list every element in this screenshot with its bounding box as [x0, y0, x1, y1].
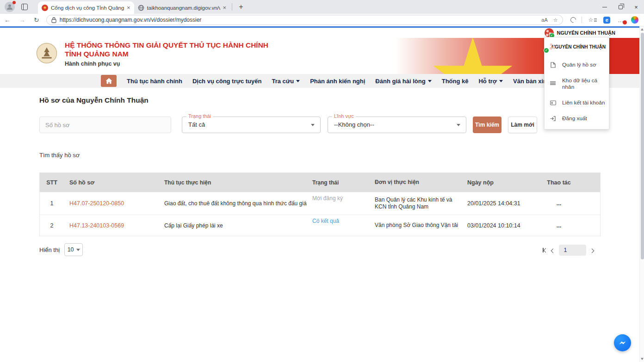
scrollbar-thumb[interactable]: [641, 33, 644, 259]
menu-item-label: Liên kết tài khoản: [562, 99, 605, 106]
forward-button[interactable]: →: [15, 16, 30, 24]
toolbar-separator: [582, 17, 582, 23]
nav-item-dich-vu-cong[interactable]: Dịch vụ công trực tuyến: [192, 78, 262, 85]
messenger-icon: [618, 338, 627, 348]
flag-star-icon: [432, 38, 514, 74]
profile-notification-dot: [12, 1, 16, 4]
copilot-icon[interactable]: [631, 16, 638, 24]
home-icon: [105, 78, 112, 84]
page-scrollbar[interactable]: [639, 26, 644, 362]
first-page-button[interactable]: [543, 248, 547, 252]
submit-date: 20/01/2025 14:04:31: [462, 200, 531, 207]
reset-button[interactable]: Làm mới: [508, 117, 537, 133]
nav-label: Thủ tục hành chính: [127, 78, 182, 85]
nav-item-phan-anh[interactable]: Phản ánh kiến nghị: [310, 78, 365, 85]
address-bar[interactable]: https://dichvucong.quangnam.gov.vn/vi/do…: [46, 15, 563, 25]
col-header-action: Thao tác: [531, 179, 587, 186]
status-select-value: Tất cả: [188, 121, 205, 128]
menu-item-kho-du-lieu[interactable]: Kho dữ liệu cá nhân: [545, 73, 609, 95]
bookmark-star-icon[interactable]: ☆: [553, 17, 558, 23]
chevron-down-icon: [311, 124, 315, 126]
table-row: 2 H47.13-240103-0569 Cấp lại Giấy phép l…: [40, 215, 600, 236]
page-size-label: Hiển thị: [39, 246, 60, 253]
chevron-left-icon: [551, 249, 555, 253]
unit-name: Ban Quản lý các Khu kinh tế và KCN tỉnh …: [369, 196, 462, 210]
lock-icon: [51, 17, 56, 23]
nav-label: Tra cứu: [272, 78, 294, 85]
col-header-stt: STT: [40, 179, 64, 186]
field-select-label: Lĩnh vực: [332, 113, 356, 119]
nav-item-thong-ke[interactable]: Thống kê: [442, 78, 469, 85]
workspaces-icon[interactable]: [21, 4, 28, 10]
row-actions-button[interactable]: ...: [531, 222, 587, 229]
table-header-row: STT Số hồ sơ Thủ tục thực hiện Trạng thá…: [40, 173, 600, 192]
favorites-bar-icon[interactable]: ☆: [588, 17, 597, 23]
next-page-button[interactable]: [590, 246, 594, 254]
new-tab-button[interactable]: +: [234, 3, 248, 11]
nav-item-tra-cuu[interactable]: Tra cứu: [272, 78, 300, 85]
menu-item-label: Kho dữ liệu cá nhân: [562, 77, 605, 90]
chevron-right-icon: [589, 249, 594, 253]
logout-icon: [550, 116, 556, 121]
row-index: 2: [40, 222, 64, 229]
tab-account[interactable]: taikhoanquangnam.digigov.vn/vi ×: [134, 1, 230, 14]
menu-item-dang-xuat[interactable]: Đăng xuất: [545, 110, 609, 126]
submit-date: 03/01/2024 10:10:14: [462, 222, 531, 229]
back-button[interactable]: ←: [0, 16, 15, 24]
person-icon: [6, 3, 13, 11]
more-menu-icon[interactable]: …: [618, 17, 624, 24]
username-label: NGUYỄN CHÍNH THUẬN: [557, 30, 616, 36]
nav-home-button[interactable]: [101, 75, 117, 87]
search-button[interactable]: Tìm kiếm: [473, 117, 502, 133]
scroll-down-arrow[interactable]: [641, 358, 644, 360]
chevron-down-icon: [296, 80, 300, 82]
table-row: 1 H47.07-250120-0850 Giao đất, cho thuê …: [40, 192, 600, 215]
dossier-number-input[interactable]: [39, 117, 171, 133]
browser-profile-icon[interactable]: [5, 2, 15, 12]
site-title-line1: HỆ THỐNG THÔNG TIN GIẢI QUYẾT THỦ TỤC HÀ…: [65, 41, 268, 49]
procedure-name: Cấp lại Giấy phép lái xe: [159, 222, 307, 229]
account-menu-trigger[interactable]: NGUYỄN CHÍNH THUẬN: [545, 28, 616, 37]
scroll-up-arrow[interactable]: [641, 28, 644, 31]
tab-close-icon[interactable]: ×: [127, 4, 130, 11]
edge-e-icon[interactable]: e: [603, 17, 610, 24]
dossier-table: STT Số hồ sơ Thủ tục thực hiện Trạng thá…: [39, 172, 601, 236]
nav-item-danh-gia[interactable]: Đánh giá hài lòng: [375, 78, 431, 85]
user-dropdown-menu: NGUYỄN CHÍNH THUẬN Quản lý hồ sơ Kho dữ …: [544, 37, 609, 129]
status-select-label: Trạng thái: [186, 113, 213, 119]
refresh-button[interactable]: ↻: [30, 16, 43, 24]
menu-item-label: Đăng xuất: [562, 115, 587, 122]
window-close-button[interactable]: ×: [628, 0, 644, 14]
window-minimize-button[interactable]: [597, 0, 613, 14]
chevron-down-icon: [457, 124, 460, 126]
prev-page-button[interactable]: [551, 246, 555, 254]
province-logo: [36, 43, 57, 64]
status-badge: Mới đăng ký: [312, 195, 343, 202]
tab-close-icon[interactable]: ×: [223, 4, 227, 11]
window-restore-button[interactable]: [613, 0, 628, 14]
messenger-chat-button[interactable]: [614, 334, 631, 351]
col-header-unit: Đơn vị thực hiện: [369, 179, 462, 186]
status-select[interactable]: Trạng thái Tất cả: [182, 117, 321, 133]
field-select[interactable]: Lĩnh vực --Không chọn--: [328, 117, 466, 133]
tab-portal[interactable]: Cổng dịch vụ công Tỉnh Quảng N ×: [38, 1, 134, 14]
chevron-down-icon: [499, 80, 503, 82]
filter-bar: Trạng thái Tất cả Lĩnh vực --Không chọn-…: [39, 117, 601, 133]
translate-icon[interactable]: aA: [541, 17, 547, 23]
user-menu-header: NGUYỄN CHÍNH THUẬN: [545, 37, 609, 57]
site-subtitle: Hành chính phục vụ: [65, 61, 268, 67]
page-size-select[interactable]: 10: [64, 243, 83, 256]
row-actions-button[interactable]: ...: [531, 200, 587, 207]
current-page-indicator[interactable]: 1: [559, 245, 586, 256]
dossier-code-link[interactable]: H47.13-240103-0569: [64, 222, 159, 229]
collections-icon[interactable]: [569, 16, 577, 24]
procedure-name: Giao đất, cho thuê đất không thông qua h…: [159, 200, 307, 207]
dossier-code-link[interactable]: H47.07-250120-0850: [64, 200, 159, 207]
nav-item-thu-tuc[interactable]: Thủ tục hành chính: [127, 78, 182, 85]
page-size-value: 10: [68, 246, 74, 253]
menu-item-quan-ly-ho-so[interactable]: Quản lý hồ sơ: [545, 57, 609, 73]
id-card-icon: [550, 100, 556, 105]
menu-item-lien-ket-tai-khoan[interactable]: Liên kết tài khoản: [545, 95, 609, 110]
nav-item-ho-tro[interactable]: Hỗ trợ: [478, 78, 503, 85]
url-text: https://dichvucong.quangnam.gov.vn/vi/do…: [60, 17, 536, 23]
